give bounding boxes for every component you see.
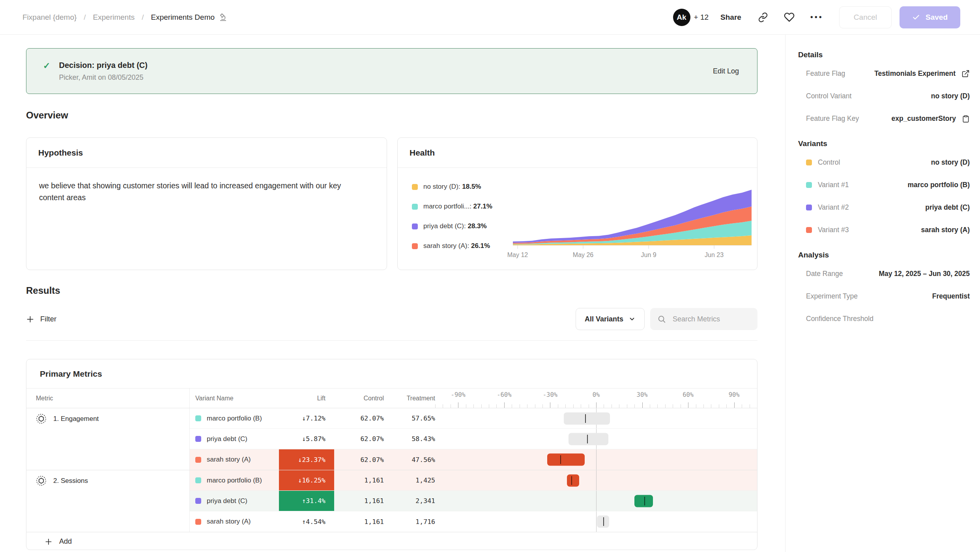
primary-metrics-title: Primary Metrics xyxy=(26,359,757,389)
sidebar-row-value: Frequentist xyxy=(932,292,970,300)
column-metric: Metric xyxy=(26,389,190,408)
hypothesis-card: Hypothesis we believe that showing custo… xyxy=(26,137,387,270)
lift-value-cell: ↓16.25% xyxy=(279,470,334,490)
health-legend-item: no story (D): 18.5% xyxy=(412,183,492,191)
ruler-tick xyxy=(496,404,497,408)
lift-axis-ruler: -90%-60%-30%0%30%60%90% xyxy=(435,389,757,408)
sidebar-row-value: marco portfolio (B) xyxy=(908,181,970,189)
breadcrumb-item[interactable]: Experiments xyxy=(93,13,135,22)
variant-color-chip xyxy=(195,498,201,504)
metric-label: 2. Sessions xyxy=(53,475,88,532)
sidebar-row: Experiment TypeFrequentist xyxy=(798,285,970,308)
metric-target-icon xyxy=(36,475,47,532)
ruler-tick xyxy=(504,402,505,408)
legend-label: marco portfoli...: 27.1% xyxy=(423,203,492,210)
ruler-tick xyxy=(634,404,635,408)
ruler-tick xyxy=(565,404,566,408)
ruler-tick xyxy=(726,404,727,408)
avatar[interactable]: Ak xyxy=(673,9,690,26)
sidebar-section-title: Analysis xyxy=(798,251,970,259)
sidebar-row: Controlno story (D) xyxy=(798,151,970,174)
share-button[interactable]: Share xyxy=(720,13,741,22)
edit-log-button[interactable]: Edit Log xyxy=(713,67,739,75)
avatar-overflow-count[interactable]: + 12 xyxy=(694,13,709,22)
breadcrumb-item-label: Experiments Demo xyxy=(151,13,215,22)
confidence-interval-cell xyxy=(435,449,757,470)
more-options-icon[interactable]: ••• xyxy=(810,13,823,22)
sidebar-row: Feature Flag Keyexp_customerStory xyxy=(798,107,970,130)
clipboard-icon[interactable] xyxy=(962,115,970,123)
lift-mean-marker xyxy=(587,435,588,443)
ruler-tick xyxy=(535,404,535,408)
add-metric-button[interactable]: Add xyxy=(26,532,757,550)
lift-value-cell: ↓23.37% xyxy=(279,449,334,470)
variants-dropdown[interactable]: All Variants xyxy=(576,308,645,330)
ruler-tick xyxy=(627,404,627,408)
search-metrics-box[interactable] xyxy=(650,308,757,330)
ruler-tick xyxy=(742,404,742,408)
variant-result-row[interactable]: priya debt (C)↓5.87%62.07%58.43% xyxy=(190,429,757,449)
ruler-tick xyxy=(596,402,597,408)
sidebar-row-value: Testimonials Experiment xyxy=(874,69,956,78)
cancel-button[interactable]: Cancel xyxy=(839,6,892,28)
sidebar-row: Variant #2priya debt (C) xyxy=(798,196,970,219)
variant-result-row[interactable]: marco portfolio (B)↓16.25%1,1611,425 xyxy=(190,470,757,491)
breadcrumb-item[interactable]: Experiments Demo xyxy=(151,13,228,22)
control-value-cell: 62.07% xyxy=(334,415,384,422)
saved-button[interactable]: Saved xyxy=(900,6,960,28)
sidebar-row-label: Control Variant xyxy=(806,92,851,100)
lift-axis-tick-label: 0% xyxy=(593,391,600,398)
sidebar-row-label: Feature Flag xyxy=(806,69,845,78)
metric-group: 2. Sessionsmarco portfolio (B)↓16.25%1,1… xyxy=(26,470,757,532)
ruler-tick xyxy=(757,404,757,408)
variant-result-row[interactable]: marco portfolio (B)↓7.12%62.07%57.65% xyxy=(190,408,757,429)
check-icon xyxy=(912,13,920,21)
ruler-tick xyxy=(451,404,451,408)
variant-result-row[interactable]: sarah story (A)↑4.54%1,1611,716 xyxy=(190,511,757,532)
favorite-heart-icon[interactable] xyxy=(784,12,795,23)
column-lift: Lift xyxy=(279,389,334,408)
lift-axis-tick-label: 30% xyxy=(637,391,648,398)
sidebar-row-value: no story (D) xyxy=(931,158,970,167)
primary-metrics-card: Primary Metrics Metric Variant Name Lift… xyxy=(26,359,757,550)
variant-color-chip xyxy=(806,160,812,165)
column-treatment: Treatment xyxy=(384,389,435,408)
ruler-tick xyxy=(581,404,581,408)
ruler-tick xyxy=(711,404,711,408)
sidebar-row-label: Experiment Type xyxy=(806,292,858,300)
sidebar-row-label: Variant #3 xyxy=(806,226,849,234)
lift-value-cell: ↑31.4% xyxy=(279,491,334,511)
zero-axis-line xyxy=(596,449,597,470)
health-legend-item: sarah story (A): 26.1% xyxy=(412,242,492,250)
external-link-icon[interactable] xyxy=(961,69,970,78)
search-metrics-input[interactable] xyxy=(672,315,747,324)
ruler-tick xyxy=(443,404,443,408)
copy-link-icon[interactable] xyxy=(758,12,768,23)
legend-color-chip xyxy=(412,223,418,229)
ruler-tick xyxy=(750,404,750,408)
breadcrumb-separator: / xyxy=(142,13,144,22)
sidebar-row-value: priya debt (C) xyxy=(925,203,970,212)
metric-name-cell[interactable]: 2. Sessions xyxy=(26,470,190,532)
details-sidebar: DetailsFeature FlagTestimonials Experime… xyxy=(785,35,980,552)
metric-name-cell[interactable]: 1. Engagement xyxy=(26,408,190,470)
legend-color-chip xyxy=(412,204,418,210)
add-filter-button[interactable]: Filter xyxy=(26,315,56,323)
metric-label: 1. Engagement xyxy=(53,413,99,470)
health-x-tick-label: Jun 23 xyxy=(705,252,724,259)
ruler-tick xyxy=(642,402,643,408)
breadcrumb-item-label: Experiments xyxy=(93,13,135,22)
avatar-group[interactable]: Ak + 12 xyxy=(673,9,709,26)
breadcrumb-item[interactable]: Fixpanel {demo} xyxy=(22,13,77,22)
sidebar-row-value: exp_customerStory xyxy=(892,115,956,123)
ruler-tick xyxy=(542,404,543,408)
variant-color-chip xyxy=(806,227,812,233)
variant-name-cell: priya debt (C) xyxy=(190,497,279,505)
sidebar-row: Variant #1marco portfolio (B) xyxy=(798,174,970,196)
variant-result-row[interactable]: sarah story (A)↓23.37%62.07%47.56% xyxy=(190,449,757,470)
variant-result-row[interactable]: priya debt (C)↑31.4%1,1612,341 xyxy=(190,491,757,511)
results-divider xyxy=(26,340,757,341)
filter-label: Filter xyxy=(40,315,56,323)
sidebar-row-label: Control xyxy=(806,158,840,167)
ruler-tick xyxy=(696,404,696,408)
